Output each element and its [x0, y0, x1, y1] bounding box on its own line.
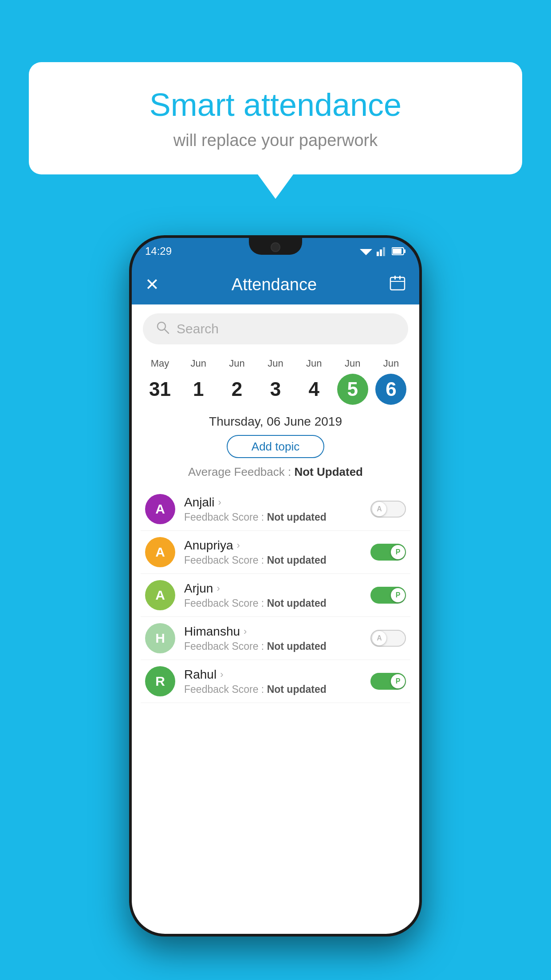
status-icons — [360, 246, 406, 256]
toggle-thumb: A — [372, 631, 386, 645]
calendar-date-number: 2 — [221, 374, 252, 405]
speech-bubble-subtitle: will replace your paperwork — [55, 131, 496, 150]
calendar-day-5[interactable]: Jun5 — [335, 358, 370, 405]
student-feedback: Feedback Score : Not updated — [184, 511, 362, 523]
toggle-track: P — [370, 673, 406, 690]
attendance-toggle[interactable]: P — [370, 673, 406, 690]
calendar-day-1[interactable]: Jun1 — [181, 358, 216, 405]
speech-bubble-title: Smart attendance — [55, 87, 496, 123]
toggle-track: A — [370, 501, 406, 518]
student-name: Anjali › — [184, 495, 362, 510]
calendar-month-label: Jun — [191, 358, 206, 369]
student-avatar: R — [145, 666, 175, 696]
attendance-toggle[interactable]: P — [370, 587, 406, 604]
attendance-toggle[interactable]: A — [370, 630, 406, 647]
app-bar-title: Attendance — [232, 275, 317, 294]
svg-rect-1 — [377, 252, 379, 256]
svg-line-12 — [165, 329, 169, 333]
student-info: Himanshu ›Feedback Score : Not updated — [184, 624, 362, 652]
toggle-thumb: P — [391, 674, 405, 688]
svg-rect-3 — [383, 247, 385, 256]
add-topic-button[interactable]: Add topic — [227, 435, 324, 458]
toggle-track: A — [370, 630, 406, 647]
student-info: Rahul ›Feedback Score : Not updated — [184, 668, 362, 695]
svg-rect-5 — [393, 249, 401, 254]
calendar-month-label: Jun — [229, 358, 244, 369]
student-list: AAnjali ›Feedback Score : Not updatedAAA… — [132, 488, 419, 703]
svg-rect-6 — [404, 249, 405, 253]
student-avatar: A — [145, 580, 175, 610]
student-info: Anupriya ›Feedback Score : Not updated — [184, 538, 362, 566]
avg-feedback-value: Not Updated — [294, 465, 363, 478]
phone-notch — [249, 238, 302, 255]
student-info: Arjun ›Feedback Score : Not updated — [184, 581, 362, 609]
screen-content: Search May31Jun1Jun2Jun3Jun4Jun5Jun6 Thu… — [132, 304, 419, 934]
avg-feedback-label: Average Feedback : — [188, 465, 294, 478]
toggle-track: P — [370, 544, 406, 561]
student-name: Himanshu › — [184, 624, 362, 639]
calendar-date-number: 31 — [144, 374, 175, 405]
student-item-2[interactable]: AArjun ›Feedback Score : Not updatedP — [141, 574, 410, 617]
close-button[interactable]: ✕ — [145, 275, 159, 294]
toggle-thumb: P — [391, 545, 405, 559]
app-bar: ✕ Attendance — [132, 265, 419, 304]
svg-rect-9 — [399, 276, 401, 280]
wifi-icon — [360, 246, 372, 256]
feedback-value: Not updated — [267, 684, 327, 695]
calendar-month-label: Jun — [345, 358, 360, 369]
toggle-thumb: P — [391, 588, 405, 602]
phone-container: 14:29 — [129, 235, 422, 937]
student-avatar: H — [145, 623, 175, 653]
svg-rect-2 — [380, 249, 382, 256]
calendar-date-number: 4 — [299, 374, 330, 405]
toggle-thumb: A — [372, 502, 386, 516]
calendar-month-label: Jun — [306, 358, 322, 369]
search-bar[interactable]: Search — [143, 313, 408, 344]
student-name: Anupriya › — [184, 538, 362, 553]
feedback-value: Not updated — [267, 640, 327, 652]
student-item-3[interactable]: HHimanshu ›Feedback Score : Not updatedA — [141, 617, 410, 660]
attendance-toggle[interactable]: A — [370, 501, 406, 518]
chevron-right-icon: › — [218, 497, 221, 508]
student-item-4[interactable]: RRahul ›Feedback Score : Not updatedP — [141, 660, 410, 703]
chevron-right-icon: › — [237, 540, 240, 551]
calendar-button[interactable] — [389, 274, 406, 295]
speech-bubble: Smart attendance will replace your paper… — [29, 62, 522, 174]
student-item-1[interactable]: AAnupriya ›Feedback Score : Not updatedP — [141, 531, 410, 574]
signal-icon — [377, 246, 387, 256]
calendar-day-3[interactable]: Jun3 — [258, 358, 293, 405]
phone-body: 14:29 — [129, 235, 422, 937]
student-feedback: Feedback Score : Not updated — [184, 597, 362, 609]
battery-icon — [392, 247, 406, 256]
calendar-date-number: 6 — [375, 374, 406, 405]
add-topic-label: Add topic — [252, 440, 299, 454]
status-time: 14:29 — [145, 245, 172, 257]
chevron-right-icon: › — [220, 669, 223, 680]
calendar-date-number: 1 — [183, 374, 214, 405]
attendance-toggle[interactable]: P — [370, 544, 406, 561]
calendar-day-4[interactable]: Jun4 — [296, 358, 332, 405]
student-feedback: Feedback Score : Not updated — [184, 684, 362, 695]
student-name: Rahul › — [184, 668, 362, 682]
student-item-0[interactable]: AAnjali ›Feedback Score : Not updatedA — [141, 488, 410, 531]
chevron-right-icon: › — [244, 626, 247, 637]
student-feedback: Feedback Score : Not updated — [184, 640, 362, 652]
svg-rect-8 — [394, 276, 396, 280]
feedback-value: Not updated — [267, 511, 327, 523]
front-camera — [271, 242, 280, 252]
student-info: Anjali ›Feedback Score : Not updated — [184, 495, 362, 523]
phone-inner: 14:29 — [132, 238, 419, 934]
calendar-row: May31Jun1Jun2Jun3Jun4Jun5Jun6 — [132, 353, 419, 405]
selected-date-label: Thursday, 06 June 2019 — [132, 415, 419, 429]
toggle-track: P — [370, 587, 406, 604]
calendar-day-2[interactable]: Jun2 — [219, 358, 255, 405]
feedback-value: Not updated — [267, 597, 327, 609]
calendar-month-label: Jun — [383, 358, 399, 369]
avg-feedback: Average Feedback : Not Updated — [132, 465, 419, 479]
search-placeholder: Search — [177, 321, 219, 336]
calendar-day-0[interactable]: May31 — [142, 358, 177, 405]
speech-bubble-arrow — [258, 174, 293, 199]
student-name: Arjun › — [184, 581, 362, 596]
calendar-day-6[interactable]: Jun6 — [373, 358, 409, 405]
student-avatar: A — [145, 494, 175, 524]
